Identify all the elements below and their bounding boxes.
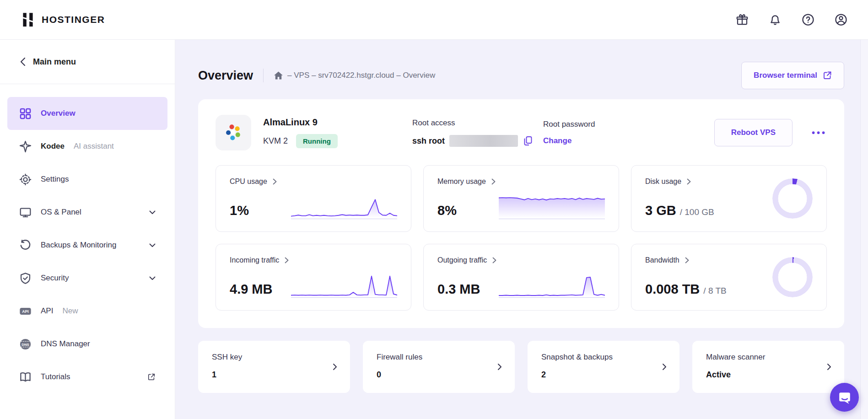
sidebar-menu: Overview Kodee AI assistant <box>0 84 175 393</box>
outgoing-traffic-label: Outgoing traffic <box>437 256 487 264</box>
chevron-right-icon <box>273 178 277 185</box>
copy-icon[interactable] <box>523 135 534 146</box>
sidebar-item-label: Tutorials <box>41 372 70 381</box>
notifications-bell-icon[interactable] <box>768 13 782 27</box>
incoming-traffic-sparkline <box>291 272 397 298</box>
chevron-right-icon <box>687 178 691 185</box>
bandwidth-card[interactable]: Bandwidth 0.008 TB / 8 TB <box>631 244 827 311</box>
sidebar-item-backups-monitoring[interactable]: Backups & Monitoring <box>7 229 167 262</box>
almalinux-logo <box>216 115 251 150</box>
breadcrumb-path: – VPS – srv702422.hstgr.cloud – Overview <box>287 71 435 80</box>
sidebar-item-label: OS & Panel <box>41 208 81 217</box>
help-icon[interactable] <box>801 13 815 27</box>
incoming-traffic-value: 4.9 MB <box>230 281 272 298</box>
svg-text:DNS: DNS <box>22 342 29 346</box>
outgoing-traffic-sparkline <box>499 272 605 298</box>
firewall-rules-label: Firewall rules <box>377 353 501 362</box>
kodee-spark-icon <box>19 140 32 153</box>
sidebar: Main menu Overview <box>0 40 175 419</box>
root-password-block: Root password Change <box>543 120 674 145</box>
back-label: Main menu <box>33 57 76 67</box>
outgoing-traffic-value: 0.3 MB <box>437 281 480 298</box>
ssh-key-card[interactable]: SSH key 1 <box>198 341 350 393</box>
firewall-rules-value: 0 <box>377 370 501 380</box>
memory-usage-value: 8% <box>437 202 457 220</box>
disk-usage-value: 3 GB / 100 GB <box>645 195 714 220</box>
sidebar-item-dns-manager[interactable]: DNS DNS Manager <box>7 328 167 360</box>
snapshot-backups-card[interactable]: Snapshot & backups 2 <box>528 341 679 393</box>
bandwidth-value: 0.008 TB / 8 TB <box>645 274 727 298</box>
os-plan-row: KVM 2 Running <box>263 134 338 148</box>
more-options-button[interactable]: ••• <box>812 128 827 138</box>
chevron-down-icon <box>149 276 156 280</box>
external-link-icon <box>823 71 832 80</box>
back-to-main-menu[interactable]: Main menu <box>0 40 175 84</box>
gift-icon[interactable] <box>735 13 749 27</box>
chevron-right-icon <box>685 257 689 263</box>
sidebar-item-os-panel[interactable]: OS & Panel <box>7 196 167 229</box>
sidebar-item-label: Overview <box>41 109 75 118</box>
metric-grid: CPU usage 1% Memory usage 8% <box>216 165 827 311</box>
monitor-icon <box>19 206 32 219</box>
malware-scanner-value: Active <box>706 370 830 380</box>
home-icon[interactable] <box>274 71 283 81</box>
cpu-usage-card[interactable]: CPU usage 1% <box>216 165 411 232</box>
chevron-right-icon <box>491 178 496 185</box>
scrollbar-track[interactable] <box>860 40 868 419</box>
shield-check-icon <box>19 272 32 285</box>
chevron-right-icon <box>333 363 337 371</box>
disk-usage-label: Disk usage <box>645 177 681 186</box>
plan-name: KVM 2 <box>263 136 288 146</box>
main-content: Overview – VPS – srv702422.hstgr.cloud –… <box>175 40 868 419</box>
incoming-traffic-head: Incoming traffic <box>230 256 397 264</box>
restore-icon <box>19 239 32 252</box>
top-bar: HOSTINGER <box>0 0 868 40</box>
bandwidth-label: Bandwidth <box>645 256 679 264</box>
sidebar-item-kodee[interactable]: Kodee AI assistant <box>7 130 167 163</box>
browser-terminal-button[interactable]: Browser terminal <box>741 62 844 89</box>
malware-scanner-label: Malware scanner <box>706 353 830 362</box>
bandwidth-donut <box>772 257 813 297</box>
root-password-label: Root password <box>543 120 674 129</box>
sidebar-item-label: API <box>41 306 53 316</box>
sidebar-item-overview[interactable]: Overview <box>7 97 167 130</box>
reboot-vps-button[interactable]: Reboot VPS <box>714 119 793 146</box>
hostinger-h-icon <box>20 12 36 27</box>
hostinger-logo[interactable]: HOSTINGER <box>20 12 105 27</box>
app-body: Main menu Overview <box>0 40 868 419</box>
memory-usage-label: Memory usage <box>437 177 486 186</box>
ssh-key-label: SSH key <box>212 353 336 362</box>
incoming-traffic-card[interactable]: Incoming traffic 4.9 MB <box>216 244 411 311</box>
change-password-link[interactable]: Change <box>543 136 571 145</box>
sidebar-item-api[interactable]: API API New <box>7 295 167 328</box>
root-access-value: ssh root <box>412 135 543 147</box>
outgoing-traffic-card[interactable]: Outgoing traffic 0.3 MB <box>423 244 619 311</box>
snapshot-backups-value: 2 <box>541 370 666 380</box>
account-icon[interactable] <box>834 13 848 27</box>
root-access-block: Root access ssh root <box>412 118 543 147</box>
browser-terminal-label: Browser terminal <box>754 71 817 80</box>
memory-sparkline <box>499 193 605 220</box>
chat-widget-button[interactable] <box>830 383 859 412</box>
disk-usage-total: / 100 GB <box>680 207 714 217</box>
chevron-right-icon <box>662 363 667 371</box>
disk-usage-head: Disk usage <box>645 177 714 186</box>
malware-scanner-card[interactable]: Malware scanner Active <box>692 341 844 393</box>
sidebar-item-settings[interactable]: Settings <box>7 163 167 196</box>
incoming-traffic-label: Incoming traffic <box>230 256 279 264</box>
sidebar-item-security[interactable]: Security <box>7 262 167 295</box>
shortcut-row: SSH key 1 Firewall rules 0 Snapshot & ba… <box>198 341 844 393</box>
sidebar-item-suffix: AI assistant <box>74 142 114 151</box>
reboot-vps-label: Reboot VPS <box>731 128 776 137</box>
disk-usage-card[interactable]: Disk usage 3 GB / 100 GB <box>631 165 827 232</box>
chevron-down-icon <box>149 243 156 247</box>
bandwidth-total: / 8 TB <box>703 286 726 295</box>
cpu-usage-head: CPU usage <box>230 177 397 186</box>
memory-usage-card[interactable]: Memory usage 8% <box>423 165 619 232</box>
firewall-rules-card[interactable]: Firewall rules 0 <box>363 341 515 393</box>
api-badge-icon: API <box>19 305 32 317</box>
chevron-down-icon <box>149 210 156 215</box>
disk-usage-donut <box>772 178 813 219</box>
sidebar-item-tutorials[interactable]: Tutorials <box>7 360 167 393</box>
status-badge: Running <box>296 134 338 148</box>
